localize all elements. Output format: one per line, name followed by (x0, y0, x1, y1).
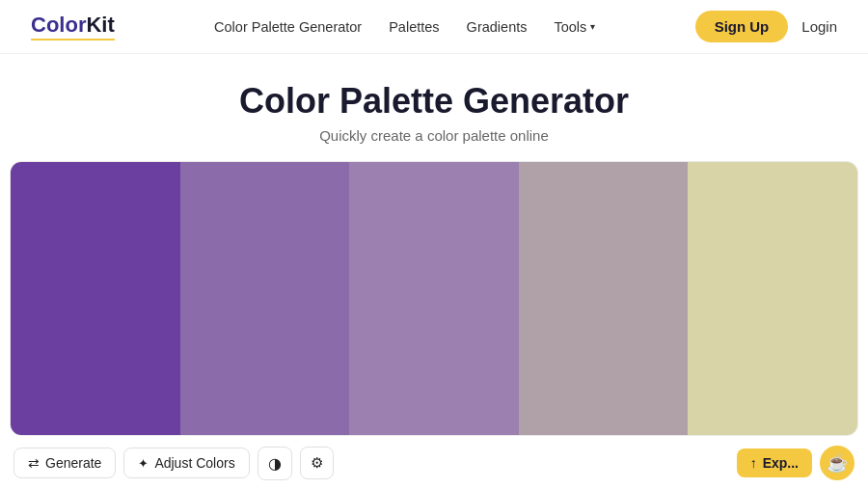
navbar: ColorKit Color Palette Generator Palette… (0, 0, 868, 54)
toolbar-right: Exp... ☕ (737, 446, 854, 480)
export-button[interactable]: Exp... (737, 448, 812, 477)
nav-color-palette-generator[interactable]: Color Palette Generator (214, 19, 362, 35)
toolbar: Generate Adjust Colors Exp... ☕ (0, 436, 868, 489)
generate-button[interactable]: Generate (14, 448, 116, 478)
contrast-button[interactable] (258, 447, 292, 480)
login-button[interactable]: Login (801, 18, 837, 35)
swatch-3[interactable] (349, 162, 519, 435)
tools-chevron-icon: ▾ (590, 21, 595, 32)
signup-button[interactable]: Sign Up (695, 11, 789, 42)
page-title: Color Palette Generator (0, 81, 868, 122)
nav-actions: Sign Up Login (695, 11, 837, 42)
swatch-2[interactable] (180, 162, 350, 435)
nav-gradients[interactable]: Gradients (467, 19, 528, 35)
adjust-colors-button[interactable]: Adjust Colors (123, 448, 249, 478)
contrast-icon (268, 454, 282, 473)
nav-tools[interactable]: Tools ▾ (554, 19, 595, 35)
swatch-5[interactable] (688, 162, 857, 435)
adjust-icon (138, 455, 149, 471)
shuffle-icon (28, 455, 40, 471)
nav-palettes[interactable]: Palettes (389, 19, 439, 35)
coffee-button[interactable]: ☕ (820, 446, 854, 480)
coffee-icon: ☕ (827, 452, 848, 474)
color-palette (10, 161, 858, 436)
export-icon (750, 455, 757, 471)
hero-subtitle: Quickly create a color palette online (0, 127, 868, 144)
swatch-1[interactable] (11, 162, 180, 435)
swatch-4[interactable] (519, 162, 689, 435)
nav-links: Color Palette Generator Palettes Gradien… (214, 19, 595, 35)
brand-logo[interactable]: ColorKit (31, 13, 115, 41)
settings-button[interactable] (300, 447, 334, 479)
hero-section: Color Palette Generator Quickly create a… (0, 54, 868, 161)
gear-icon (311, 454, 323, 472)
